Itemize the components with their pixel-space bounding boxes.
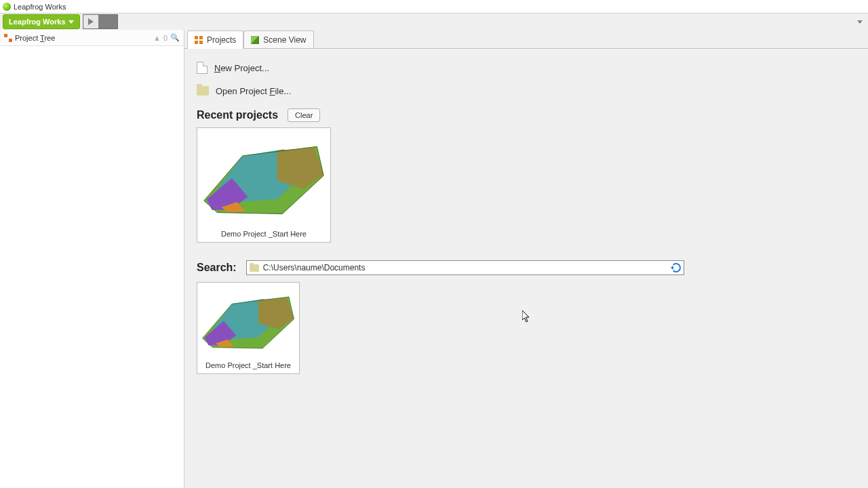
cube-icon: [251, 36, 259, 44]
project-name: Demo Project _Start Here: [203, 359, 294, 373]
open-project-link[interactable]: Open Project File...: [197, 81, 856, 100]
toolbar-overflow-button[interactable]: [857, 20, 863, 24]
window-title: Leapfrog Works: [14, 3, 66, 11]
new-project-link[interactable]: New Project...: [197, 58, 856, 77]
app-menu-button[interactable]: Leapfrog Works: [3, 14, 80, 29]
tab-label: Projects: [207, 35, 236, 45]
folder-icon: [250, 264, 259, 272]
run-button[interactable]: [83, 14, 118, 29]
search-path-text: C:\Users\naume\Documents: [263, 263, 667, 272]
new-project-label: New Project...: [214, 63, 269, 73]
search-icon[interactable]: 🔍: [170, 33, 180, 42]
panel-title: Project Tree: [15, 34, 55, 42]
tab-projects[interactable]: Projects: [187, 30, 243, 48]
tab-strip: Projects Scene View: [184, 30, 868, 49]
project-name: Demo Project _Start Here: [218, 227, 309, 242]
app-logo-icon: [3, 3, 11, 11]
grid-icon: [195, 36, 203, 44]
project-thumbnail: [197, 283, 299, 359]
tab-scene-view[interactable]: Scene View: [243, 30, 313, 48]
folder-icon: [197, 86, 209, 96]
main-toolbar: Leapfrog Works: [0, 14, 868, 30]
refresh-icon[interactable]: [671, 263, 681, 272]
panel-header: Project Tree ▲ 0 🔍: [0, 30, 184, 46]
tab-label: Scene View: [263, 35, 306, 45]
search-path-box[interactable]: C:\Users\naume\Documents: [246, 260, 684, 275]
play-icon: [88, 18, 94, 25]
project-tree-panel: Project Tree ▲ 0 🔍: [0, 30, 184, 488]
search-result-card[interactable]: Demo Project _Start Here: [197, 282, 300, 374]
clear-recent-button[interactable]: Clear: [288, 108, 320, 122]
window-titlebar: Leapfrog Works: [0, 0, 868, 14]
panel-counter: 0: [163, 34, 167, 42]
tree-icon: [4, 34, 12, 42]
document-icon: [197, 62, 208, 74]
recent-projects-heading: Recent projects: [197, 109, 278, 121]
open-project-label: Open Project File...: [216, 86, 291, 96]
project-thumbnail: [197, 128, 330, 227]
chevron-down-icon: [68, 20, 74, 24]
recent-project-card[interactable]: Demo Project _Start Here: [197, 127, 331, 243]
app-menu-label: Leapfrog Works: [9, 18, 66, 26]
search-label: Search:: [197, 262, 237, 274]
up-arrow-icon[interactable]: ▲: [153, 34, 161, 42]
